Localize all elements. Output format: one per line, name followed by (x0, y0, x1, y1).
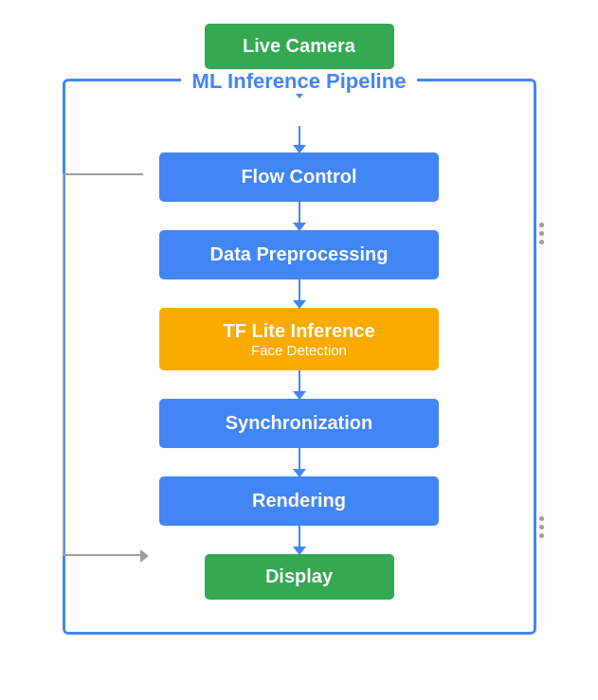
dot (539, 533, 544, 538)
flow-control-label: Flow Control (241, 166, 356, 188)
synchronization-node: Synchronization (159, 399, 439, 448)
dot (539, 231, 544, 236)
rendering-node: Rendering (159, 476, 439, 526)
dot (539, 516, 544, 521)
arrow-7 (299, 526, 300, 554)
arrow-4 (299, 279, 300, 308)
live-camera-node: Live Camera (205, 24, 394, 69)
arrow-5 (299, 370, 300, 399)
nodes-column: Live Camera Flow Control Data Preprocess… (34, 14, 565, 600)
dot (539, 223, 544, 227)
arrow-6 (299, 448, 300, 476)
rendering-label: Rendering (252, 490, 346, 512)
face-detection-label: Face Detection (251, 342, 347, 358)
arrow-3 (299, 202, 300, 230)
display-label: Display (265, 565, 333, 587)
diagram-container: ML Inference Pipeline Live Camera Flow C… (34, 14, 565, 687)
dot (539, 240, 544, 244)
right-dots-top (539, 223, 544, 244)
flow-control-node: Flow Control (159, 153, 439, 202)
data-preprocessing-label: Data Preprocessing (210, 243, 389, 265)
display-node: Display (205, 554, 394, 600)
arrow-2 (299, 126, 300, 153)
live-camera-label: Live Camera (243, 35, 355, 57)
dot (539, 525, 544, 529)
tf-lite-label: TF Lite Inference (223, 320, 374, 342)
right-dots-bottom (539, 516, 544, 538)
synchronization-label: Synchronization (226, 412, 373, 434)
tf-lite-node: TF Lite Inference Face Detection (159, 308, 439, 370)
feedback-arrow-right (140, 549, 149, 563)
pipeline-title: ML Inference Pipeline (181, 69, 418, 94)
data-preprocessing-node: Data Preprocessing (159, 230, 439, 279)
